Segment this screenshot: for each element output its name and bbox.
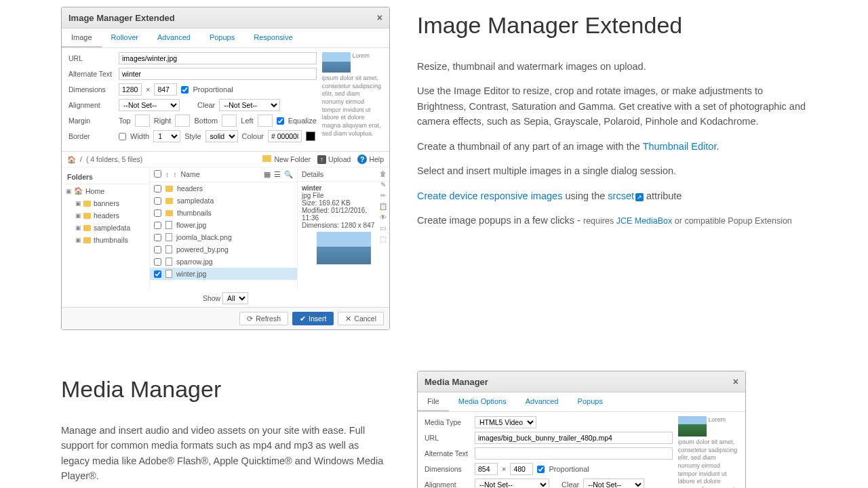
search-icon[interactable]: 🔍	[284, 170, 293, 179]
colour-swatch[interactable]	[306, 131, 315, 141]
border-style-select[interactable]: solid	[205, 130, 238, 142]
detail-size: Size: 169.62 KB	[302, 199, 351, 207]
height-input[interactable]	[510, 463, 533, 475]
tab-media-options[interactable]: Media Options	[449, 392, 516, 411]
grid-view-icon[interactable]: ▦	[264, 170, 271, 179]
border-checkbox[interactable]	[119, 133, 126, 140]
tree-item[interactable]: ▣headers	[62, 209, 149, 222]
help-button[interactable]: ?Help	[357, 155, 384, 164]
tree-home[interactable]: ▣🏠Home	[62, 184, 149, 197]
mediabox-link[interactable]: JCE MediaBox	[616, 216, 673, 226]
close-icon: ✕	[345, 314, 351, 323]
copy-icon[interactable]: 📋	[379, 203, 387, 210]
responsive-images-link[interactable]: Create device responsive images	[417, 190, 562, 201]
thumbnail-editor-link[interactable]: Thumbnail Editor	[643, 141, 717, 152]
align-select[interactable]: --Not Set--	[119, 99, 180, 111]
list-row-selected[interactable]: winter.jpg	[150, 268, 297, 280]
url-input[interactable]	[475, 432, 673, 444]
section-title: Image Manager Extended	[417, 12, 807, 39]
folder-icon	[83, 225, 91, 231]
folder-icon	[165, 210, 173, 216]
label-alt: Alternate Text	[425, 449, 471, 458]
margin-bottom-input[interactable]	[222, 115, 237, 127]
tab-popups[interactable]: Popups	[568, 392, 612, 411]
alt-input[interactable]	[119, 68, 317, 80]
label-border: Border	[68, 132, 115, 140]
show-select[interactable]: All	[222, 292, 248, 304]
margin-left-input[interactable]	[258, 115, 273, 127]
delete-icon[interactable]: 🗑	[379, 170, 387, 178]
select-all-checkbox[interactable]	[154, 170, 161, 178]
list-row[interactable]: powered_by.png	[150, 243, 297, 256]
thumb-icon[interactable]: ▭	[379, 224, 387, 232]
label-url: URL	[68, 54, 115, 62]
new-folder-button[interactable]: New Folder	[262, 155, 311, 164]
folder-icon	[165, 198, 173, 204]
help-icon: ?	[357, 155, 367, 164]
tab-popups[interactable]: Popups	[200, 28, 244, 47]
proportional-checkbox[interactable]	[537, 466, 545, 473]
tab-image[interactable]: Image	[62, 28, 102, 47]
align-select[interactable]: --Not Set--	[475, 479, 549, 488]
tree-item[interactable]: ▣banners	[62, 197, 149, 209]
border-width-select[interactable]: 1	[153, 130, 180, 142]
list-row[interactable]: thumbnails	[150, 207, 297, 219]
list-view-icon[interactable]: ☰	[274, 170, 281, 179]
list-row[interactable]: headers	[150, 182, 297, 195]
width-input[interactable]	[119, 83, 142, 96]
equalize-checkbox[interactable]	[277, 117, 284, 125]
tab-advanced[interactable]: Advanced	[516, 392, 568, 411]
list-row[interactable]: sampledata	[150, 195, 297, 207]
srcset-link[interactable]: srcset↗	[608, 190, 644, 201]
tab-advanced[interactable]: Advanced	[148, 28, 200, 47]
paragraph: Use the Image Editor to resize, crop and…	[417, 83, 807, 129]
file-list: ↕ ↕ Name ▦ ☰ 🔍 headers	[150, 167, 298, 289]
tree-item[interactable]: ▣sampledata	[62, 222, 149, 234]
edit-icon[interactable]: ✎	[379, 181, 387, 188]
list-header-name[interactable]: Name	[181, 170, 200, 179]
height-input[interactable]	[154, 83, 177, 96]
list-row[interactable]: flower.jpg	[150, 219, 297, 231]
label-equalize: Equalize	[288, 117, 317, 125]
width-input[interactable]	[475, 463, 498, 475]
refresh-button[interactable]: ⟳Refresh	[239, 312, 288, 325]
tab-file[interactable]: File	[418, 392, 449, 411]
view-icon[interactable]: 👁	[379, 214, 387, 221]
crumb-text: ( 4 folders, 5 files)	[86, 155, 142, 163]
home-icon[interactable]: 🏠	[67, 155, 76, 164]
url-input[interactable]	[119, 52, 317, 64]
details-header: Details	[302, 170, 323, 178]
list-row[interactable]: sparrow.jpg	[150, 256, 297, 268]
margin-top-input[interactable]	[135, 115, 150, 127]
label-border-width: Width	[130, 132, 149, 140]
label-clear: Clear	[561, 481, 579, 488]
proportional-checkbox[interactable]	[181, 86, 189, 94]
sort-icon[interactable]: ↕	[173, 170, 176, 179]
insert-button[interactable]: ✔Insert	[292, 312, 334, 325]
label-top: Top	[119, 117, 131, 125]
list-row[interactable]: joomla_black.png	[150, 231, 297, 243]
cancel-button[interactable]: ✕Cancel	[338, 312, 384, 325]
colour-input[interactable]	[268, 130, 302, 142]
dialog-header: Image Manager Extended ×	[62, 7, 389, 28]
sort-icon[interactable]: ↕	[165, 170, 169, 179]
clear-select[interactable]: --Not Set--	[583, 479, 644, 488]
close-icon[interactable]: ×	[377, 12, 382, 23]
tree-item[interactable]: ▣thumbnails	[62, 234, 149, 246]
media-type-select[interactable]: HTML5 Video	[475, 416, 536, 428]
external-link-icon: ↗	[635, 193, 644, 201]
close-icon[interactable]: ×	[733, 376, 738, 387]
tab-rollover[interactable]: Rollover	[102, 28, 148, 47]
dialog-tabs: Image Rollover Advanced Popups Responsiv…	[62, 28, 389, 48]
rename-icon[interactable]: ✏	[379, 192, 387, 199]
alt-input[interactable]	[475, 447, 673, 460]
folder-tree: Folders ▣🏠Home ▣banners ▣headers ▣sample…	[62, 167, 150, 289]
crop-icon[interactable]: ⬚	[379, 235, 387, 243]
home-icon: 🏠	[74, 186, 83, 195]
tab-responsive[interactable]: Responsive	[244, 28, 302, 47]
paragraph: Manage and insert audio and video assets…	[61, 423, 390, 484]
clear-select[interactable]: --Not Set--	[219, 99, 280, 111]
upload-button[interactable]: ↑Upload	[317, 155, 351, 164]
check-icon: ✔	[300, 314, 306, 323]
margin-right-input[interactable]	[175, 115, 190, 127]
